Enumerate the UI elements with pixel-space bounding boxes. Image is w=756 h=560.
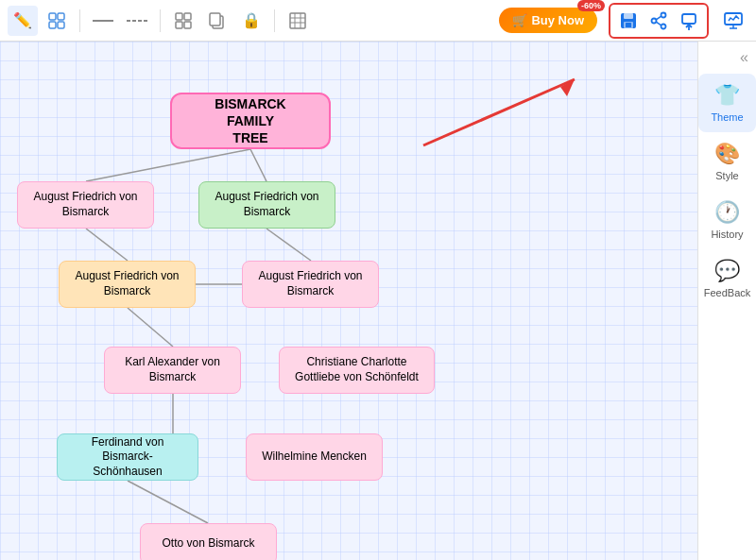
sidebar-item-history[interactable]: 🕐 History [698,191,756,249]
line-tool-1[interactable] [88,6,118,36]
svg-line-31 [86,149,250,181]
node-august-3[interactable]: August Friedrich vonBismarck [59,261,196,308]
svg-rect-6 [176,13,182,20]
toolbar: ✏️ 🔒 🛒 Buy Now -60% [0,0,756,42]
node-karl[interactable]: Karl Alexander vonBismarck [104,347,241,394]
node-christiane[interactable]: Christiane CharlotteGottliebe von Schönf… [279,347,435,394]
separator-2 [160,9,161,32]
svg-rect-9 [184,22,191,28]
title-node[interactable]: BISMARCK FAMILYTREE [170,93,331,149]
sidebar-item-feedback[interactable]: 💬 FeedBack [698,249,756,308]
sidebar-item-theme[interactable]: 👕 Theme [698,74,756,132]
node-wilhelmine[interactable]: Wilhelmine Mencken [246,433,383,481]
svg-rect-11 [210,13,220,25]
svg-marker-40 [560,79,575,96]
node-august-1[interactable]: August Friedrich vonBismarck [17,181,154,229]
svg-point-23 [652,18,657,23]
svg-rect-8 [176,22,182,28]
node-otto[interactable]: Otto von Bismarck [140,523,277,560]
cart-icon: 🛒 [512,13,527,27]
move-tool[interactable] [168,6,198,36]
theme-icon: 👕 [714,83,740,108]
separator-1 [79,9,80,32]
node-august-2[interactable]: August Friedrich vonBismarck [198,181,335,229]
svg-line-39 [423,79,575,145]
svg-point-21 [662,12,666,17]
right-sidebar: « 👕 Theme 🎨 Style 🕐 History 💬 FeedBack [697,42,756,560]
pencil-tool[interactable]: ✏️ [8,6,38,36]
save-button[interactable] [614,7,643,35]
svg-rect-0 [49,13,56,20]
sidebar-collapse-area: « [698,49,756,66]
line-tool-2[interactable] [122,6,152,36]
svg-line-33 [86,229,128,261]
svg-line-24 [656,16,661,20]
history-label: History [711,229,743,240]
buy-now-button[interactable]: 🛒 Buy Now -60% [499,8,597,33]
svg-point-22 [662,24,666,28]
buy-now-label: Buy Now [531,13,584,27]
node-ferdinand[interactable]: Ferdinand von Bismarck-Schönhausen [57,433,198,481]
discount-badge: -60% [577,0,605,11]
svg-line-34 [266,229,311,261]
monitor-button[interactable] [718,6,748,36]
svg-line-25 [656,22,661,25]
feedback-label: FeedBack [704,287,751,298]
collapse-button[interactable]: « [740,49,748,66]
history-icon: 🕐 [714,200,740,225]
chevron-left-icon: « [740,49,748,65]
node-august-4[interactable]: August Friedrich vonBismarck [242,261,379,308]
feedback-icon: 💬 [714,259,740,283]
red-arrow-annotation [404,60,612,159]
theme-label: Theme [711,111,743,123]
svg-rect-26 [682,14,696,24]
svg-rect-12 [290,13,305,28]
share-button[interactable] [644,7,673,35]
copy-tool[interactable] [202,6,232,36]
main-area: BISMARCK FAMILYTREE August Friedrich von… [0,42,756,560]
svg-line-35 [128,308,173,347]
svg-rect-7 [184,13,191,20]
svg-rect-1 [58,13,64,20]
connect-tool[interactable] [42,6,72,36]
svg-line-38 [128,481,208,523]
svg-line-32 [250,149,266,181]
svg-rect-18 [624,13,633,19]
lock-tool[interactable]: 🔒 [236,6,266,36]
separator-3 [274,9,275,32]
svg-rect-2 [58,22,64,28]
canvas[interactable]: BISMARCK FAMILYTREE August Friedrich von… [0,42,697,560]
svg-rect-3 [49,22,56,28]
sidebar-item-style[interactable]: 🎨 Style [698,132,756,191]
table-tool[interactable] [283,6,313,36]
style-label: Style [715,170,738,181]
action-buttons-group [609,3,709,39]
svg-rect-20 [626,23,631,27]
export-button[interactable] [675,7,703,35]
style-icon: 🎨 [714,142,740,166]
